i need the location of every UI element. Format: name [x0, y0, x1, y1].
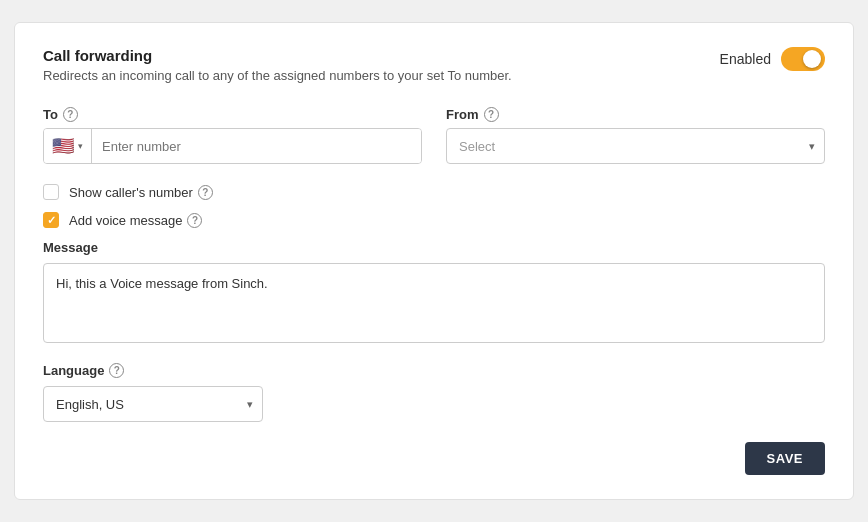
message-label: Message: [43, 240, 825, 255]
fields-row: To ? 🇺🇸 ▾ From ? Select Option 1: [43, 107, 825, 164]
show-caller-row: Show caller's number ?: [43, 184, 825, 200]
from-select-wrapper: Select Option 1 Option 2 ▾: [446, 128, 825, 164]
show-caller-checkbox[interactable]: [43, 184, 59, 200]
from-help-icon[interactable]: ?: [484, 107, 499, 122]
save-button[interactable]: SAVE: [745, 442, 825, 475]
phone-input-wrapper: 🇺🇸 ▾: [43, 128, 422, 164]
card-title: Call forwarding: [43, 47, 512, 64]
from-label: From ?: [446, 107, 825, 122]
phone-number-input[interactable]: [92, 129, 421, 163]
header-text: Call forwarding Redirects an incoming ca…: [43, 47, 512, 83]
enabled-toggle[interactable]: [781, 47, 825, 71]
add-voice-row: Add voice message ?: [43, 212, 825, 228]
from-select[interactable]: Select Option 1 Option 2: [446, 128, 825, 164]
add-voice-checkbox[interactable]: [43, 212, 59, 228]
language-help-icon[interactable]: ?: [109, 363, 124, 378]
flag-dropdown[interactable]: 🇺🇸 ▾: [44, 129, 92, 163]
enabled-label: Enabled: [720, 51, 771, 67]
to-help-icon[interactable]: ?: [63, 107, 78, 122]
card-description: Redirects an incoming call to any of the…: [43, 68, 512, 83]
header-row: Call forwarding Redirects an incoming ca…: [43, 47, 825, 83]
add-voice-label: Add voice message ?: [69, 213, 202, 228]
add-voice-help-icon[interactable]: ?: [187, 213, 202, 228]
from-field-group: From ? Select Option 1 Option 2 ▾: [446, 107, 825, 164]
to-label: To ?: [43, 107, 422, 122]
language-select-wrapper: English, US English, UK Spanish French G…: [43, 386, 263, 422]
toggle-slider: [781, 47, 825, 71]
show-caller-help-icon[interactable]: ?: [198, 185, 213, 200]
message-textarea[interactable]: Hi, this a Voice message from Sinch.: [43, 263, 825, 343]
enabled-row: Enabled: [720, 47, 825, 71]
save-row: SAVE: [43, 442, 825, 475]
to-field-group: To ? 🇺🇸 ▾: [43, 107, 422, 164]
show-caller-label: Show caller's number ?: [69, 185, 213, 200]
language-label: Language ?: [43, 363, 825, 378]
language-section: Language ? English, US English, UK Spani…: [43, 363, 825, 422]
message-section: Message Hi, this a Voice message from Si…: [43, 240, 825, 347]
language-select[interactable]: English, US English, UK Spanish French G…: [43, 386, 263, 422]
flag-chevron-icon: ▾: [78, 141, 83, 151]
call-forwarding-card: Call forwarding Redirects an incoming ca…: [14, 22, 854, 500]
flag-emoji: 🇺🇸: [52, 135, 74, 157]
